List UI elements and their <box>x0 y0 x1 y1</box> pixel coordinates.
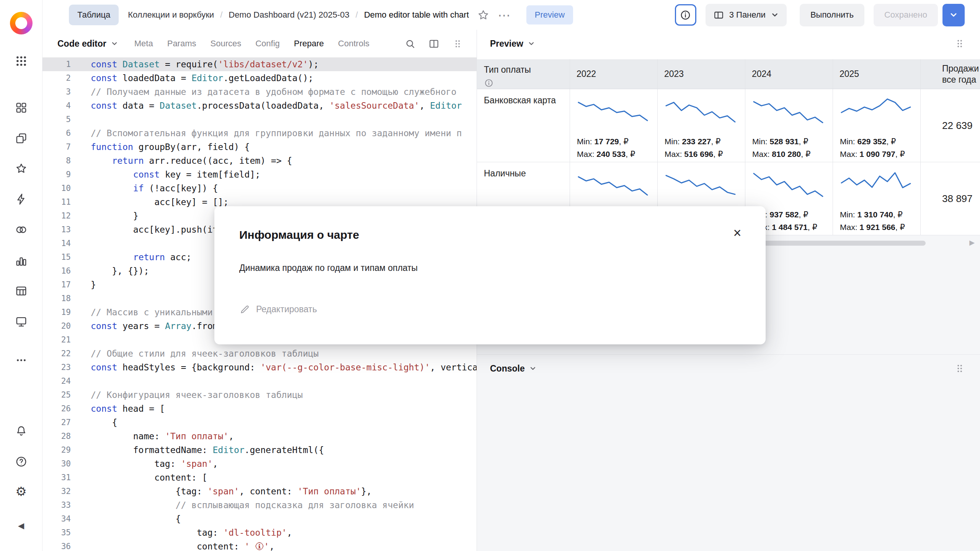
code-line[interactable]: 24 <box>42 374 477 388</box>
sidebar-star-icon[interactable] <box>13 160 29 177</box>
sidebar-collections-icon[interactable] <box>13 130 29 147</box>
info-icon[interactable] <box>484 78 494 88</box>
total-cell: 22 639 <box>921 89 980 162</box>
code-line[interactable]: 30 tag: 'span', <box>42 457 477 471</box>
line-number: 11 <box>42 195 71 209</box>
code-line[interactable]: 23const headStyles = {background: 'var(-… <box>42 360 477 374</box>
line-number: 27 <box>42 416 71 429</box>
line-number: 8 <box>42 154 71 168</box>
panels-dropdown[interactable]: 3 Панели <box>706 4 787 26</box>
sidebar-help-icon[interactable] <box>13 453 29 470</box>
console-title: Console <box>490 364 525 374</box>
column-header-label: Тип оплаты <box>484 65 570 75</box>
tab-prepare[interactable]: Prepare <box>294 39 324 49</box>
line-number: 19 <box>42 305 71 319</box>
preview-title-dropdown[interactable]: Preview <box>490 39 535 49</box>
sidebar-gear-icon[interactable]: ⚙ <box>13 483 29 500</box>
code-line[interactable]: 28 name: 'Тип оплаты', <box>42 429 477 443</box>
line-number: 5 <box>42 112 71 126</box>
tab-config[interactable]: Config <box>255 39 280 49</box>
chevron-down-icon <box>528 40 535 47</box>
line-number: 4 <box>42 99 71 112</box>
edit-button-label: Редактировать <box>256 304 317 315</box>
total-cell: 38 897 <box>921 162 980 235</box>
sidebar-bell-icon[interactable] <box>13 422 29 439</box>
modal-close-button[interactable]: × <box>728 224 746 242</box>
code-line[interactable]: 10 if (!acc[key]) { <box>42 181 477 195</box>
saved-button[interactable]: Сохранено <box>874 4 938 26</box>
save-dropdown-button[interactable] <box>942 4 965 26</box>
code-line[interactable]: 3// Получаем данные из датасета в удобно… <box>42 85 477 99</box>
line-number: 28 <box>42 429 71 443</box>
run-button[interactable]: Выполнить <box>800 4 864 26</box>
code-line[interactable]: 6// Вспомогательная функция для группиро… <box>42 126 477 140</box>
line-number: 31 <box>42 471 71 484</box>
code-line[interactable]: 32 {tag: 'span', content: 'Тип оплаты'}, <box>42 484 477 498</box>
grip-dots-icon <box>954 363 965 374</box>
tab-sources[interactable]: Sources <box>211 39 242 49</box>
sparkline-chart <box>840 94 912 131</box>
console-panel: Console <box>477 354 980 551</box>
sidebar-apps-grid-icon[interactable] <box>13 52 29 69</box>
breadcrumb-item[interactable]: Demo editor table with chart <box>364 10 469 20</box>
code-line[interactable]: 26const head = [ <box>42 402 477 416</box>
chart-info-button[interactable] <box>675 4 696 26</box>
editor-drag-handle[interactable] <box>450 36 465 51</box>
code-line[interactable]: 22// Общие стили для ячеек-заголовков та… <box>42 347 477 360</box>
preview-drag-handle[interactable] <box>954 38 965 49</box>
breadcrumb-item[interactable]: Demo Dashboard (v21) 2025-03 <box>229 10 350 20</box>
tab-controls[interactable]: Controls <box>338 39 369 49</box>
code-line[interactable]: 35 tag: 'dl-tooltip', <box>42 526 477 540</box>
console-drag-handle[interactable] <box>954 363 965 374</box>
code-line[interactable]: 8 return arr.reduce((acc, item) => { <box>42 154 477 168</box>
chevron-down-icon <box>111 40 118 47</box>
code-line[interactable]: 5 <box>42 112 477 126</box>
console-title-dropdown[interactable]: Console <box>490 364 537 374</box>
breadcrumb-separator: / <box>356 10 358 20</box>
code-line[interactable]: 25// Конфигурация ячеек-заголовков табли… <box>42 388 477 402</box>
sparkline-cell: Min: 528 931, ₽Max: 810 280, ₽ <box>745 89 833 162</box>
sidebar-squares-icon[interactable] <box>13 99 29 116</box>
more-actions-button[interactable]: ⋯ <box>495 6 513 24</box>
min-max-values: Min: 1 310 740, ₽Max: 1 921 566, ₽ <box>840 208 920 233</box>
column-header-year: 2025 <box>833 59 921 89</box>
tab-meta[interactable]: Meta <box>134 39 153 49</box>
breadcrumb-separator: / <box>220 10 222 20</box>
chart-info-modal: Информация о чарте × Динамика продаж по … <box>214 206 766 344</box>
preview-mode-badge[interactable]: Preview <box>526 5 573 24</box>
breadcrumb-item[interactable]: Коллекции и воркбуки <box>128 10 214 20</box>
sidebar-monitor-icon[interactable] <box>13 313 29 330</box>
code-line[interactable]: 9 const key = item[field]; <box>42 168 477 181</box>
sidebar-bar-chart-icon[interactable] <box>13 252 29 269</box>
sidebar-collapse-button[interactable]: ◀ <box>13 517 29 534</box>
edit-button[interactable]: Редактировать <box>239 304 317 315</box>
tab-params[interactable]: Params <box>167 39 196 49</box>
search-button[interactable] <box>402 36 418 51</box>
code-line[interactable]: 4const data = Dataset.processData(loaded… <box>42 99 477 112</box>
code-line[interactable]: 7function groupBy(arr, field) { <box>42 140 477 154</box>
topbar-actions: 3 Панели Выполнить Сохранено <box>675 4 965 26</box>
code-line[interactable]: 29 formattedName: Editor.generateHtml({ <box>42 443 477 457</box>
star-icon <box>477 9 490 21</box>
min-max-values: Min: 233 227, ₽Max: 516 696, ₽ <box>665 135 745 160</box>
min-max-values: Min: 528 931, ₽Max: 810 280, ₽ <box>752 135 833 160</box>
scroll-right-arrow-icon[interactable]: ▶ <box>969 239 975 246</box>
topbar: Таблица Коллекции и воркбуки/Demo Dashbo… <box>42 0 980 30</box>
favorite-star-button[interactable] <box>474 6 493 24</box>
sidebar-circles-icon[interactable] <box>13 221 29 238</box>
datalens-logo[interactable] <box>10 12 33 34</box>
entity-type-chip[interactable]: Таблица <box>69 5 119 25</box>
sparkline-chart <box>664 167 737 204</box>
sidebar-table-icon[interactable] <box>13 282 29 299</box>
code-editor-title-dropdown[interactable]: Code editor <box>57 39 118 49</box>
sidebar-lightning-icon[interactable] <box>13 191 29 207</box>
code-line[interactable]: 27 { <box>42 416 477 429</box>
code-line[interactable]: 36 content: ' 🛈', <box>42 540 477 551</box>
code-line[interactable]: 2const loadedData = Editor.getLoadedData… <box>42 71 477 85</box>
sidebar-ellipsis-icon[interactable] <box>13 352 29 368</box>
code-line[interactable]: 1const Dataset = require('libs/dataset/v… <box>42 57 477 71</box>
code-line[interactable]: 31 content: [ <box>42 471 477 484</box>
split-view-button[interactable] <box>426 36 441 51</box>
code-line[interactable]: 34 { <box>42 512 477 526</box>
code-line[interactable]: 33 // всплывающая подсказка для заголовк… <box>42 498 477 512</box>
